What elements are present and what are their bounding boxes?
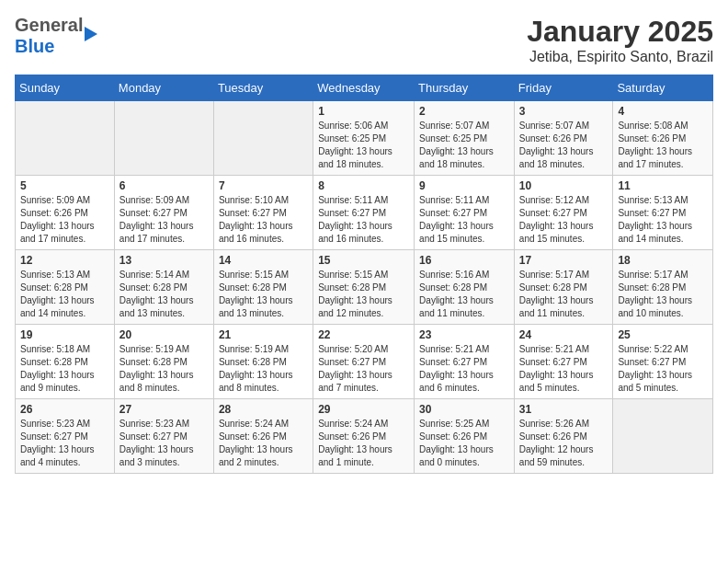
day-info: Sunrise: 5:22 AM Sunset: 6:27 PM Dayligh… (618, 343, 708, 395)
day-info: Sunrise: 5:08 AM Sunset: 6:26 PM Dayligh… (618, 120, 708, 171)
month-title: January 2025 (527, 15, 713, 49)
day-number: 15 (318, 254, 409, 267)
calendar-cell (114, 101, 213, 176)
calendar-cell: 3Sunrise: 5:07 AM Sunset: 6:26 PM Daylig… (514, 101, 613, 176)
day-info: Sunrise: 5:14 AM Sunset: 6:28 PM Dayligh… (119, 269, 209, 320)
day-info: Sunrise: 5:20 AM Sunset: 6:27 PM Dayligh… (318, 343, 409, 395)
weekday-header-thursday: Thursday (415, 75, 515, 101)
day-number: 5 (20, 179, 109, 192)
weekday-header-monday: Monday (114, 75, 213, 101)
calendar-cell: 27Sunrise: 5:23 AM Sunset: 6:27 PM Dayli… (114, 399, 213, 474)
logo-text: General Blue (15, 15, 83, 57)
calendar-cell: 10Sunrise: 5:12 AM Sunset: 6:27 PM Dayli… (514, 176, 613, 250)
calendar-week-row: 12Sunrise: 5:13 AM Sunset: 6:28 PM Dayli… (16, 250, 713, 325)
calendar-cell (213, 101, 313, 176)
calendar-week-row: 19Sunrise: 5:18 AM Sunset: 6:28 PM Dayli… (16, 325, 713, 399)
day-number: 29 (318, 403, 409, 416)
weekday-header-sunday: Sunday (16, 75, 115, 101)
weekday-header-friday: Friday (514, 75, 613, 101)
calendar-cell: 29Sunrise: 5:24 AM Sunset: 6:26 PM Dayli… (313, 399, 415, 474)
day-number: 7 (219, 179, 308, 192)
day-info: Sunrise: 5:21 AM Sunset: 6:27 PM Dayligh… (519, 343, 609, 395)
calendar-cell: 24Sunrise: 5:21 AM Sunset: 6:27 PM Dayli… (514, 325, 613, 399)
calendar-cell (16, 101, 115, 176)
day-info: Sunrise: 5:15 AM Sunset: 6:28 PM Dayligh… (219, 269, 308, 320)
calendar-cell: 7Sunrise: 5:10 AM Sunset: 6:27 PM Daylig… (213, 176, 313, 250)
calendar-cell: 11Sunrise: 5:13 AM Sunset: 6:27 PM Dayli… (613, 176, 713, 250)
day-info: Sunrise: 5:09 AM Sunset: 6:27 PM Dayligh… (119, 194, 209, 246)
calendar-cell: 18Sunrise: 5:17 AM Sunset: 6:28 PM Dayli… (613, 250, 713, 325)
day-number: 4 (618, 105, 708, 118)
calendar-cell: 13Sunrise: 5:14 AM Sunset: 6:28 PM Dayli… (114, 250, 213, 325)
calendar-cell: 22Sunrise: 5:20 AM Sunset: 6:27 PM Dayli… (313, 325, 415, 399)
calendar-cell: 14Sunrise: 5:15 AM Sunset: 6:28 PM Dayli… (213, 250, 313, 325)
day-info: Sunrise: 5:24 AM Sunset: 6:26 PM Dayligh… (318, 418, 409, 469)
day-number: 14 (219, 254, 308, 267)
calendar-cell: 9Sunrise: 5:11 AM Sunset: 6:27 PM Daylig… (415, 176, 515, 250)
location-title: Jetiba, Espirito Santo, Brazil (527, 49, 713, 65)
day-info: Sunrise: 5:12 AM Sunset: 6:27 PM Dayligh… (519, 194, 609, 246)
calendar-cell: 25Sunrise: 5:22 AM Sunset: 6:27 PM Dayli… (613, 325, 713, 399)
calendar-cell: 6Sunrise: 5:09 AM Sunset: 6:27 PM Daylig… (114, 176, 213, 250)
day-number: 18 (618, 254, 708, 267)
day-info: Sunrise: 5:25 AM Sunset: 6:26 PM Dayligh… (419, 418, 509, 469)
calendar-cell: 26Sunrise: 5:23 AM Sunset: 6:27 PM Dayli… (16, 399, 115, 474)
day-info: Sunrise: 5:16 AM Sunset: 6:28 PM Dayligh… (419, 269, 509, 320)
calendar-cell: 20Sunrise: 5:19 AM Sunset: 6:28 PM Dayli… (114, 325, 213, 399)
day-number: 30 (419, 403, 509, 416)
day-info: Sunrise: 5:19 AM Sunset: 6:28 PM Dayligh… (219, 343, 308, 395)
logo-blue: Blue (15, 36, 54, 56)
day-number: 31 (519, 403, 609, 416)
day-number: 20 (119, 328, 209, 341)
day-number: 8 (318, 179, 409, 192)
day-info: Sunrise: 5:09 AM Sunset: 6:26 PM Dayligh… (20, 194, 109, 246)
day-info: Sunrise: 5:17 AM Sunset: 6:28 PM Dayligh… (519, 269, 609, 320)
calendar-week-row: 1Sunrise: 5:06 AM Sunset: 6:25 PM Daylig… (16, 101, 713, 176)
day-info: Sunrise: 5:19 AM Sunset: 6:28 PM Dayligh… (119, 343, 209, 395)
calendar-cell: 4Sunrise: 5:08 AM Sunset: 6:26 PM Daylig… (613, 101, 713, 176)
day-info: Sunrise: 5:15 AM Sunset: 6:28 PM Dayligh… (318, 269, 409, 320)
calendar-cell: 1Sunrise: 5:06 AM Sunset: 6:25 PM Daylig… (313, 101, 415, 176)
logo-arrow-icon (85, 27, 97, 41)
calendar-cell: 19Sunrise: 5:18 AM Sunset: 6:28 PM Dayli… (16, 325, 115, 399)
day-number: 21 (219, 328, 308, 341)
day-info: Sunrise: 5:10 AM Sunset: 6:27 PM Dayligh… (219, 194, 308, 246)
day-number: 6 (119, 179, 209, 192)
day-number: 12 (20, 254, 109, 267)
day-number: 2 (419, 105, 509, 118)
day-info: Sunrise: 5:21 AM Sunset: 6:27 PM Dayligh… (419, 343, 509, 395)
title-area: January 2025 Jetiba, Espirito Santo, Bra… (527, 15, 713, 65)
calendar-cell: 21Sunrise: 5:19 AM Sunset: 6:28 PM Dayli… (213, 325, 313, 399)
calendar-week-row: 26Sunrise: 5:23 AM Sunset: 6:27 PM Dayli… (16, 399, 713, 474)
day-info: Sunrise: 5:24 AM Sunset: 6:26 PM Dayligh… (219, 418, 308, 469)
day-info: Sunrise: 5:07 AM Sunset: 6:26 PM Dayligh… (519, 120, 609, 171)
day-number: 22 (318, 328, 409, 341)
day-number: 1 (318, 105, 409, 118)
calendar-cell: 28Sunrise: 5:24 AM Sunset: 6:26 PM Dayli… (213, 399, 313, 474)
day-info: Sunrise: 5:11 AM Sunset: 6:27 PM Dayligh… (318, 194, 409, 246)
day-number: 13 (119, 254, 209, 267)
calendar-cell: 2Sunrise: 5:07 AM Sunset: 6:25 PM Daylig… (415, 101, 515, 176)
day-info: Sunrise: 5:13 AM Sunset: 6:28 PM Dayligh… (20, 269, 109, 320)
day-info: Sunrise: 5:18 AM Sunset: 6:28 PM Dayligh… (20, 343, 109, 395)
calendar-cell: 31Sunrise: 5:26 AM Sunset: 6:26 PM Dayli… (514, 399, 613, 474)
weekday-header-saturday: Saturday (613, 75, 713, 101)
day-number: 16 (419, 254, 509, 267)
day-info: Sunrise: 5:07 AM Sunset: 6:25 PM Dayligh… (419, 120, 509, 171)
day-number: 24 (519, 328, 609, 341)
day-number: 9 (419, 179, 509, 192)
day-info: Sunrise: 5:23 AM Sunset: 6:27 PM Dayligh… (119, 418, 209, 469)
day-number: 17 (519, 254, 609, 267)
calendar-cell: 23Sunrise: 5:21 AM Sunset: 6:27 PM Dayli… (415, 325, 515, 399)
calendar-cell: 16Sunrise: 5:16 AM Sunset: 6:28 PM Dayli… (415, 250, 515, 325)
day-info: Sunrise: 5:23 AM Sunset: 6:27 PM Dayligh… (20, 418, 109, 469)
calendar-cell (613, 399, 713, 474)
weekday-header-row: SundayMondayTuesdayWednesdayThursdayFrid… (16, 75, 713, 101)
weekday-header-tuesday: Tuesday (213, 75, 313, 101)
calendar-cell: 30Sunrise: 5:25 AM Sunset: 6:26 PM Dayli… (415, 399, 515, 474)
day-info: Sunrise: 5:13 AM Sunset: 6:27 PM Dayligh… (618, 194, 708, 246)
day-number: 25 (618, 328, 708, 341)
day-number: 28 (219, 403, 308, 416)
day-number: 23 (419, 328, 509, 341)
calendar-cell: 17Sunrise: 5:17 AM Sunset: 6:28 PM Dayli… (514, 250, 613, 325)
